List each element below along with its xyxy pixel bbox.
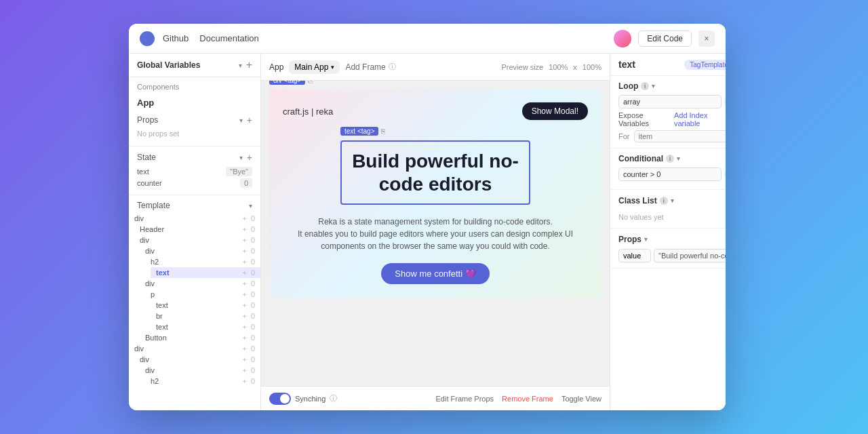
loop-chevron-icon: ▾ <box>652 83 655 90</box>
conditional-input[interactable] <box>618 167 722 181</box>
text-element-wrapper: text <tag> ⎘ Build powerful no-code edit… <box>340 140 530 205</box>
text-tag-label: text <tag> ⎘ <box>340 127 385 136</box>
center-toolbar: App Main App ▾ Add Frame ⓘ Preview size … <box>261 54 610 81</box>
top-bar-right: Edit Code × <box>614 30 715 47</box>
toolbar-right: Preview size 100% x 100% <box>501 63 601 71</box>
add-frame-info-icon: ⓘ <box>389 62 396 72</box>
confetti-button[interactable]: Show me confetti 💜 <box>381 263 489 284</box>
props-row <box>618 249 726 262</box>
tree-item-h2-2[interactable]: h2 +0 <box>145 376 260 387</box>
close-button[interactable]: × <box>698 31 715 47</box>
props-section-right: Props ▾ + <box>610 229 726 269</box>
tree-item-header[interactable]: Header +0 <box>134 224 260 235</box>
frame-wrapper: div <tag> ⎘ craft.js | reka Show Modal! <box>269 89 601 298</box>
conditional-clear-button[interactable]: × <box>724 169 726 180</box>
text-element-box: Build powerful no-code editors <box>340 140 530 205</box>
description-line2: It enables you to build page editors whe… <box>298 229 573 239</box>
bottom-actions: Edit Frame Props Remove Frame Toggle Vie… <box>435 395 601 403</box>
text-tag-badge: text <tag> <box>340 127 378 136</box>
global-variables-title: Global Variables <box>137 60 200 70</box>
props-section-header: Props ▾ + <box>618 234 726 245</box>
app-section-title: App <box>129 94 260 112</box>
loop-clear-button[interactable]: × <box>724 96 726 107</box>
template-chevron-icon: ▾ <box>249 202 252 210</box>
add-frame-label: Add Frame <box>345 62 385 72</box>
add-index-variable-link[interactable]: Add Index variable <box>674 111 726 127</box>
left-sidebar: Global Variables ▾ + Components App Prop… <box>129 54 261 410</box>
loop-section-header: Loop i ▾ <box>618 81 726 91</box>
add-props-button[interactable]: + <box>247 115 252 125</box>
main-app-tab[interactable]: Main App ▾ <box>289 60 340 74</box>
add-state-button[interactable]: + <box>247 152 252 163</box>
props-label: Props <box>137 115 158 125</box>
description-line3: components on the browser the same way y… <box>321 241 550 251</box>
tree-item-text-1[interactable]: text +0 <box>151 300 260 311</box>
tag-template-button[interactable]: TagTemplate <box>684 60 726 70</box>
conditional-section-header: Conditional i ▾ <box>618 154 726 163</box>
tree-item-div-4[interactable]: div +0 <box>129 343 260 354</box>
tree-item-div-6[interactable]: div +0 <box>140 365 260 376</box>
add-frame-button[interactable]: Add Frame ⓘ <box>345 62 395 72</box>
headline-text: Build powerful no-code editors <box>351 150 519 195</box>
for-input[interactable] <box>634 130 726 142</box>
div-tag-badge: div <tag> <box>269 81 305 85</box>
text-tag-copy-icon[interactable]: ⎘ <box>381 127 385 135</box>
remove-frame-link[interactable]: Remove Frame <box>502 395 553 403</box>
toggle-track[interactable] <box>269 393 291 405</box>
show-modal-button[interactable]: Show Modal! <box>522 102 588 120</box>
class-list-section-header: Class List i ▾ + <box>618 195 726 206</box>
class-list-info-icon: i <box>660 197 668 205</box>
add-variable-button[interactable]: + <box>246 59 252 71</box>
description-line1: Reka is a state management system for bu… <box>318 217 553 226</box>
tree-item-br[interactable]: br +0 <box>151 311 260 321</box>
tree-item-div-5[interactable]: div +0 <box>134 354 260 365</box>
tree-item-div-1[interactable]: div +0 <box>134 235 260 245</box>
loop-input[interactable] <box>618 95 722 108</box>
app-tab: App <box>269 62 283 72</box>
state-item-counter: counter 0 <box>137 178 252 188</box>
tree-item-text-2[interactable]: text +0 <box>151 321 260 332</box>
github-link[interactable]: Github <box>163 33 189 43</box>
frame-tag-copy-icon[interactable]: ⎘ <box>308 81 313 85</box>
div-tag-label: div <tag> ⎘ <box>269 81 313 85</box>
for-label: For <box>618 132 630 140</box>
synching-info-icon: ⓘ <box>330 393 337 403</box>
class-list-chevron-icon: ▾ <box>671 197 674 204</box>
edit-code-button[interactable]: Edit Code <box>638 31 692 47</box>
tree-item-div-3[interactable]: div +0 <box>140 278 260 289</box>
description-text: Reka is a state management system for bu… <box>283 216 588 252</box>
toggle-thumb <box>280 394 290 403</box>
main-app-chevron-icon: ▾ <box>331 64 334 71</box>
app-window: Github Documentation Edit Code × Global … <box>129 24 726 410</box>
conditional-chevron-icon: ▾ <box>677 155 680 162</box>
craft-logo: craft.js | reka <box>283 106 333 117</box>
tree-item-div-0[interactable]: div +0 <box>129 213 260 224</box>
documentation-link[interactable]: Documentation <box>199 33 258 43</box>
main-app-label: Main App <box>294 62 328 72</box>
tree-container: div +0 Header +0 div +0 div +0 h2 +0 <box>129 213 260 387</box>
loop-input-row: × <box>618 95 726 108</box>
tree-item-div-2[interactable]: div +0 <box>140 245 260 256</box>
tree-item-h2[interactable]: h2 +0 <box>145 256 260 267</box>
expose-label: Expose Variables <box>618 111 674 127</box>
edit-frame-props-link[interactable]: Edit Frame Props <box>435 395 494 403</box>
right-sidebar: text TagTemplate Loop i ▾ × Expose V <box>610 54 726 410</box>
tree-item-text-active[interactable]: text +0 <box>151 267 260 278</box>
right-header: text TagTemplate <box>610 54 726 76</box>
divider-2 <box>129 195 260 195</box>
height-value: 100% <box>583 63 601 71</box>
tree-item-button[interactable]: Button +0 <box>140 332 260 343</box>
tree-item-p[interactable]: p +0 <box>145 289 260 300</box>
top-bar: Github Documentation Edit Code × <box>129 24 726 54</box>
template-section-row: Template ▾ <box>129 198 260 213</box>
chevron-down-icon: ▾ <box>239 62 242 69</box>
sidebar-header: Global Variables ▾ + <box>129 54 260 77</box>
synching-label: Synching <box>295 395 326 403</box>
frame-inner: craft.js | reka Show Modal! text <tag> ⎘ <box>269 89 601 298</box>
props-value-input[interactable] <box>654 249 726 262</box>
expose-row: Expose Variables Add Index variable <box>618 111 726 127</box>
props-key-input[interactable] <box>618 249 651 262</box>
width-value: 100% <box>549 63 568 71</box>
canvas: div <tag> ⎘ craft.js | reka Show Modal! <box>261 81 610 386</box>
toggle-view-link[interactable]: Toggle View <box>561 395 601 403</box>
